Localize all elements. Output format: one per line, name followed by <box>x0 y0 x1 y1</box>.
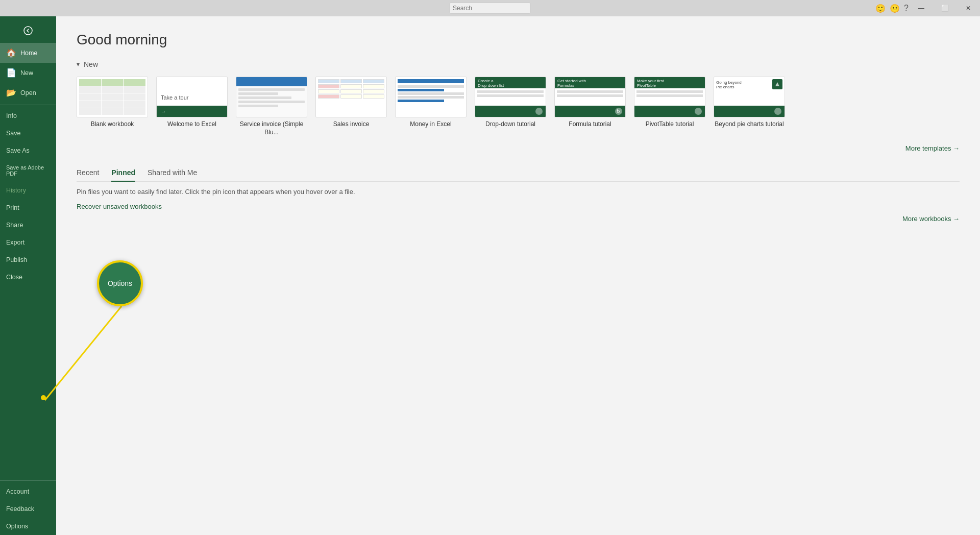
formula-thumbnail: Get started withFormulas fx <box>554 77 626 117</box>
sidebar-item-home[interactable]: 🏠 Home <box>0 43 56 63</box>
templates-grid: Blank workbook Take a tour → Welcome to … <box>77 77 960 140</box>
sidebar-item-save[interactable]: Save <box>0 125 56 142</box>
section-toggle[interactable]: ▾ <box>77 61 80 68</box>
window-controls: — ⬜ ✕ <box>910 0 980 16</box>
file-tabs: Recent Pinned Shared with Me <box>77 164 960 182</box>
sidebar-item-share[interactable]: Share <box>0 216 56 234</box>
sidebar-item-info[interactable]: Info <box>0 107 56 125</box>
sidebar-item-publish[interactable]: Publish <box>0 251 56 269</box>
title-bar-icons: 🙂 😐 ? <box>875 0 909 16</box>
callout-label: Options <box>108 279 132 287</box>
tour-arrow: → <box>161 109 166 114</box>
save-as-label: Save As <box>6 147 30 154</box>
open-label: Open <box>20 89 36 96</box>
f-header: Get started withFormulas <box>555 77 625 88</box>
svg-point-0 <box>24 27 32 35</box>
feedback-label: Feedback <box>6 505 34 513</box>
tour-name: Welcome to Excel <box>156 120 228 129</box>
search-input[interactable] <box>449 3 531 14</box>
sales-thumbnail <box>315 77 387 117</box>
search-bar[interactable] <box>449 3 531 14</box>
home-icon: 🏠 <box>6 48 16 58</box>
pinned-description: Pin files you want to easily find later.… <box>77 188 960 196</box>
sidebar-item-export[interactable]: Export <box>0 234 56 251</box>
template-sales[interactable]: Sales invoice <box>315 77 387 136</box>
minimize-button[interactable]: — <box>910 0 933 16</box>
app-container: 🏠 Home 📄 New 📂 Open Info Save Save As <box>0 0 980 535</box>
template-pie[interactable]: Going beyondPie charts Beyond pie charts… <box>714 77 785 136</box>
template-pivot[interactable]: Make your firstPivotTable PivotTable tut… <box>634 77 705 136</box>
maximize-button[interactable]: ⬜ <box>933 0 957 16</box>
options-dot <box>41 395 46 400</box>
template-dropdown[interactable]: Create aDrop-down list Drop-down tutoria… <box>475 77 546 136</box>
template-formula[interactable]: Get started withFormulas fx Formula tuto… <box>554 77 626 136</box>
sidebar-nav: 🏠 Home 📄 New 📂 Open Info Save Save As <box>0 43 56 478</box>
blank-name: Blank workbook <box>77 120 148 129</box>
save-label: Save <box>6 130 21 137</box>
sidebar-divider-1 <box>0 105 56 105</box>
sidebar-bottom: Account Feedback Options <box>0 478 56 535</box>
new-section-label: New <box>84 60 98 68</box>
pie-badge <box>772 79 782 89</box>
template-money[interactable]: Money in Excel <box>395 77 467 136</box>
tab-pinned[interactable]: Pinned <box>111 164 135 182</box>
options-callout[interactable]: Options <box>97 260 143 306</box>
sidebar-item-account[interactable]: Account <box>0 483 56 500</box>
print-label: Print <box>6 204 19 211</box>
more-templates-link[interactable]: More templates → <box>77 144 960 152</box>
tour-subtitle: Take a tour <box>161 94 223 101</box>
dropdown-thumbnail: Create aDrop-down list <box>475 77 546 117</box>
template-invoice[interactable]: Service invoice (Simple Blu... <box>236 77 307 136</box>
tab-pinned-label: Pinned <box>111 168 135 177</box>
template-blank[interactable]: Blank workbook <box>77 77 148 136</box>
pie-footer <box>714 106 785 117</box>
sidebar-item-feedback[interactable]: Feedback <box>0 500 56 518</box>
emoji-icon[interactable]: 🙂 <box>875 4 886 13</box>
blank-thumbnail <box>77 77 148 117</box>
sidebar-item-close[interactable]: Close <box>0 269 56 286</box>
publish-label: Publish <box>6 256 27 263</box>
sidebar-item-save-adobe[interactable]: Save as Adobe PDF <box>0 159 56 182</box>
pivot-thumbnail: Make your firstPivotTable <box>634 77 705 117</box>
tour-bar: → <box>157 106 227 117</box>
sales-name: Sales invoice <box>315 120 387 129</box>
history-label: History <box>6 187 26 194</box>
account-label: Account <box>6 488 29 495</box>
new-label: New <box>20 69 33 77</box>
tab-shared[interactable]: Shared with Me <box>148 164 197 182</box>
share-label: Share <box>6 222 23 229</box>
new-section-header: ▾ New <box>77 60 960 68</box>
main-content: Good morning ▾ New Blank workbook <box>56 16 980 535</box>
open-icon: 📂 <box>6 88 16 98</box>
sidebar: 🏠 Home 📄 New 📂 Open Info Save Save As <box>0 16 56 535</box>
close-window-button[interactable]: ✕ <box>957 0 980 16</box>
options-label: Options <box>6 523 28 530</box>
back-button[interactable] <box>18 20 38 41</box>
greeting-heading: Good morning <box>77 32 960 48</box>
pivot-name: PivotTable tutorial <box>634 120 705 129</box>
tab-shared-label: Shared with Me <box>148 168 197 177</box>
more-workbooks-link[interactable]: More workbooks → <box>77 215 960 223</box>
close-label: Close <box>6 274 22 281</box>
dropdown-name: Drop-down tutorial <box>475 120 546 129</box>
sidebar-item-save-as[interactable]: Save As <box>0 142 56 159</box>
template-tour[interactable]: Take a tour → Welcome to Excel <box>156 77 228 136</box>
sidebar-item-new[interactable]: 📄 New <box>0 63 56 83</box>
tab-recent[interactable]: Recent <box>77 164 99 182</box>
f-footer: fx <box>555 106 625 117</box>
sidebar-item-options[interactable]: Options <box>0 518 56 535</box>
info-label: Info <box>6 112 17 119</box>
sidebar-item-open[interactable]: 📂 Open <box>0 83 56 103</box>
help-icon[interactable]: ? <box>904 4 909 13</box>
recover-link[interactable]: Recover unsaved workbooks <box>77 203 162 210</box>
title-bar: Book1 - Excel 🙂 😐 ? — ⬜ ✕ <box>0 0 980 16</box>
tour-thumbnail: Take a tour → <box>156 77 228 117</box>
sidebar-item-print[interactable]: Print <box>0 199 56 216</box>
pv-footer <box>634 106 705 117</box>
sidebar-divider-2 <box>0 480 56 481</box>
face-icon[interactable]: 😐 <box>890 4 900 13</box>
new-icon: 📄 <box>6 68 16 78</box>
sidebar-item-history[interactable]: History <box>0 182 56 199</box>
tab-recent-label: Recent <box>77 168 99 177</box>
pv-header: Make your firstPivotTable <box>634 77 705 88</box>
